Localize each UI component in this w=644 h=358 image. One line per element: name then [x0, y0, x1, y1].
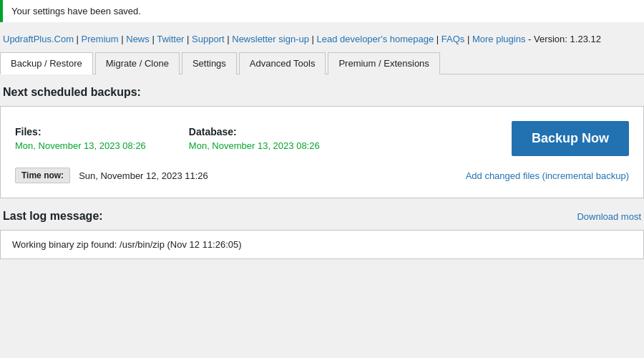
nav-link-support[interactable]: Support — [192, 34, 225, 44]
nav-link-news[interactable]: News — [126, 34, 150, 44]
log-header: Last log message: Download most — [0, 210, 644, 223]
backup-actions-row: Time now: Sun, November 12, 2023 11:26 A… — [15, 168, 629, 183]
files-date: Mon, November 13, 2023 08:26 — [15, 140, 146, 151]
nav-links: UpdraftPlus.Com | Premium | News | Twitt… — [0, 28, 644, 52]
download-most-link[interactable]: Download most — [577, 211, 641, 222]
tab-advanced-tools[interactable]: Advanced Tools — [239, 52, 326, 74]
log-title: Last log message: — [3, 210, 103, 223]
tab-premium-extensions[interactable]: Premium / Extensions — [328, 52, 439, 74]
tab-migrate-clone[interactable]: Migrate / Clone — [95, 52, 180, 74]
version-label: - Version: 1.23.12 — [528, 34, 601, 44]
backup-card: Files: Mon, November 13, 2023 08:26 Data… — [0, 106, 644, 198]
scheduled-backups-title: Next scheduled backups: — [0, 86, 644, 99]
nav-link-twitter[interactable]: Twitter — [157, 34, 184, 44]
database-col: Database: Mon, November 13, 2023 08:26 — [189, 126, 320, 151]
nav-link-faqs[interactable]: FAQs — [441, 34, 465, 44]
tabs-bar: Backup / Restore Migrate / Clone Setting… — [0, 52, 644, 74]
incremental-backup-link[interactable]: Add changed files (incremental backup) — [466, 170, 629, 181]
nav-link-updraftplus[interactable]: UpdraftPlus.Com — [3, 34, 74, 44]
nav-link-premium[interactable]: Premium — [82, 34, 119, 44]
time-now-value: Sun, November 12, 2023 11:26 — [79, 170, 208, 181]
nav-link-more-plugins[interactable]: More plugins — [472, 34, 525, 44]
log-card: Working binary zip found: /usr/bin/zip (… — [0, 230, 644, 259]
tab-backup-restore[interactable]: Backup / Restore — [0, 52, 93, 74]
tab-settings[interactable]: Settings — [182, 52, 237, 74]
time-now-badge: Time now: — [15, 168, 70, 183]
backup-now-button[interactable]: Backup Now — [512, 121, 629, 156]
files-label: Files: — [15, 126, 146, 137]
nav-link-newsletter[interactable]: Newsletter sign-up — [232, 34, 309, 44]
settings-saved-message: Your settings have been saved. — [11, 6, 141, 16]
log-message: Working binary zip found: /usr/bin/zip (… — [12, 239, 242, 250]
nav-link-lead-dev[interactable]: Lead developer's homepage — [317, 34, 434, 44]
database-label: Database: — [189, 126, 320, 137]
settings-saved-bar: Your settings have been saved. — [0, 0, 644, 22]
database-date: Mon, November 13, 2023 08:26 — [189, 140, 320, 151]
files-col: Files: Mon, November 13, 2023 08:26 — [15, 126, 146, 151]
